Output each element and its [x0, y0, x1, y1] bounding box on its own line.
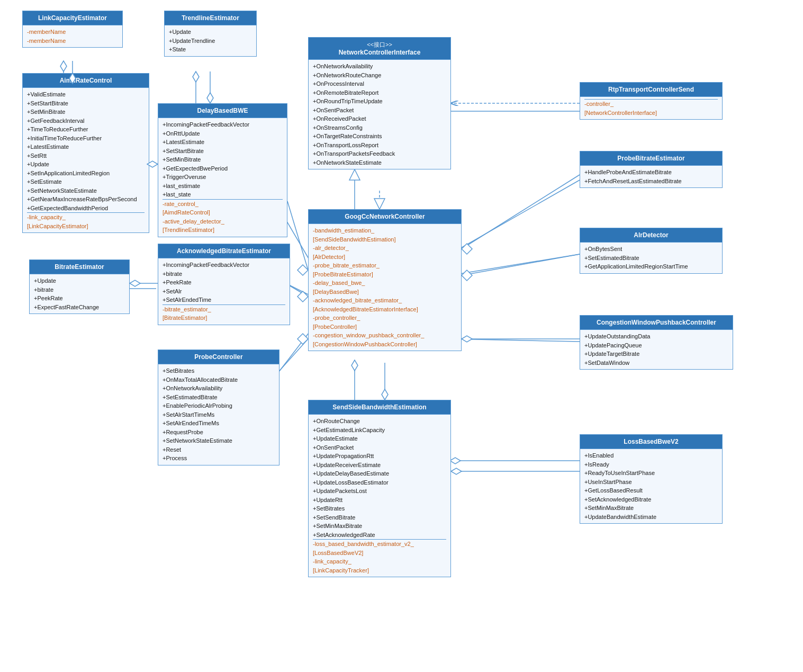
member: +Process [163, 454, 275, 463]
member: +UpdateBandwidthEstimate [584, 513, 718, 522]
uml-diagram: LinkCapacityEstimator -memberName -membe… [0, 0, 803, 672]
member: +GetExpectedBandwidthPeriod [27, 204, 145, 213]
member: +OnStreamsConfig [313, 123, 446, 132]
member: +IncomingPacketFeedbackVector [163, 261, 285, 270]
member: +OnNetworkStateEstimate [313, 158, 446, 167]
class-rtp-transport-controller-send: RtpTransportControllerSend -controller_ … [580, 82, 723, 120]
class-body-link-capacity-estimator: -memberName -memberName [23, 25, 122, 47]
member-field: -delay_based_bwe_ [313, 279, 457, 288]
member: +SetSendBitrate [313, 513, 446, 522]
member: +UpdateRtt [313, 496, 446, 505]
member: -memberName [27, 37, 118, 46]
class-name: BitrateEstimator [55, 263, 104, 271]
class-alr-detector: AlrDetector +OnBytesSent +SetEstimatedBi… [580, 228, 723, 274]
member: +OnTransportPacketsFeedback [313, 149, 446, 158]
member: +TimeToReduceFurther [27, 125, 145, 134]
member: +LatestEstimate [27, 142, 145, 151]
class-body-aimd-rate-control: +ValidEstimate +SetStartBitrate +SetMinB… [23, 87, 149, 232]
member: +SetStartBitrate [163, 147, 283, 156]
svg-marker-7 [349, 169, 360, 180]
class-name: AimdRateControl [60, 77, 112, 84]
member-field: -probe_controller_ [313, 313, 457, 322]
member: +GetNearMaxIncreaseRateBpsPerSecond [27, 195, 145, 204]
svg-marker-22 [351, 360, 358, 371]
member: +bitrate [163, 270, 285, 279]
class-link-capacity-estimator: LinkCapacityEstimator -memberName -membe… [22, 11, 123, 48]
member: +OnMaxTotalAllocatedBitrate [163, 375, 275, 384]
member: +IsEnabled [584, 451, 718, 460]
member-field: -link_capacity_ [27, 213, 145, 222]
member-field: [ProbeController] [313, 322, 457, 331]
member-field: -link_capacity_ [313, 557, 446, 566]
member: +Reset [163, 445, 275, 454]
class-body-googcc-network-controller: -bandwidth_estimation_ [SendSideBandwidt… [309, 223, 461, 351]
member: +TriggerOveruse [163, 173, 283, 182]
member: +GetApplicationLimitedRegionStartTime [584, 262, 718, 271]
class-trendline-estimator: TrendlineEstimator +Update +UpdateTrendl… [164, 11, 257, 57]
member: +GetExpectedBwePeriod [163, 164, 283, 173]
class-probe-bitrate-estimator: ProbeBitrateEstimator +HandleProbeAndEst… [580, 151, 723, 188]
member-field: [LinkCapacityTracker] [313, 566, 446, 575]
member: +SetMinMaxBitrate [313, 522, 446, 531]
member: +GetEstimatedLinkCapacity [313, 426, 446, 435]
class-body-acknowledged-bitrate-estimator: +IncomingPacketFeedbackVector +bitrate +… [158, 258, 290, 325]
member: +bitrate [34, 285, 125, 294]
member: +UpdateTargetBitrate [584, 350, 728, 359]
class-loss-based-bwe-v2: LossBasedBweV2 +IsEnabled +IsReady +Read… [580, 434, 723, 524]
member: +UpdatePropagationRtt [313, 452, 446, 461]
class-body-trendline-estimator: +Update +UpdateTrendline +State [165, 25, 256, 56]
member: +ValidEstimate [27, 90, 145, 99]
member: +GetFeedbackInterval [27, 117, 145, 126]
member-field: -probe_bitrate_estimator_ [313, 261, 457, 270]
member: +SetBitrates [313, 504, 446, 513]
class-network-controller-interface: <<接口>> NetworkControllerInterface +OnNet… [308, 37, 451, 169]
class-body-alr-detector: +OnBytesSent +SetEstimatedBitrate +GetAp… [580, 242, 722, 273]
member-field: -controller_ [584, 100, 718, 109]
class-header-aimd-rate-control: AimdRateControl [23, 74, 149, 87]
member: +last_state [163, 190, 283, 199]
member-field: [CongestionWindowPushbackController] [313, 340, 457, 349]
member: +UpdatePacketsLost [313, 487, 446, 496]
member: +Update [34, 276, 125, 285]
member: +SetMinBitrate [27, 107, 145, 117]
member-field: -active_delay_detector_ [163, 217, 283, 226]
class-header-googcc-network-controller: GoogCcNetworkController [309, 210, 461, 223]
class-body-loss-based-bwe-v2: +IsEnabled +IsReady +ReadyToUseInStartPh… [580, 449, 722, 523]
svg-line-19 [450, 339, 580, 342]
member: +OnNetworkAvailability [313, 62, 446, 71]
member: +SetAcknowledgedRate [313, 531, 446, 540]
member: +last_estimate [163, 182, 283, 191]
member: +FetchAndResetLastEstimatedBitrate [584, 177, 718, 186]
member-field: [LinkCapacityEstimator] [27, 222, 145, 231]
member: +Update [169, 28, 252, 37]
member-field: [BitrateEstimator] [163, 313, 285, 322]
member: +OnRouteChange [313, 417, 446, 426]
member: +SetEstimatedBitrate [163, 393, 275, 402]
member: +IsReady [584, 460, 718, 469]
class-name: SendSideBandwidthEstimation [332, 404, 426, 411]
member: +SetAlrEndedTime [163, 295, 285, 304]
member-field: [NetworkControllerInterface] [584, 109, 718, 118]
member-field: -acknowledged_bitrate_estimator_ [313, 296, 457, 305]
member-field: [ProbeBitrateEstimator] [313, 270, 457, 279]
class-name: ProbeController [194, 353, 242, 361]
member: +SetNetworkStateEstimate [163, 436, 275, 445]
class-name: AcknowledgedBitrateEstimator [177, 247, 271, 255]
member: +SetDataWindow [584, 359, 728, 368]
member: +UpdateDelayBasedEstimate [313, 469, 446, 478]
member: +OnRoundTripTimeUpdate [313, 97, 446, 106]
class-header-link-capacity-estimator: LinkCapacityEstimator [23, 11, 122, 25]
svg-marker-24 [450, 458, 461, 464]
class-header-trendline-estimator: TrendlineEstimator [165, 11, 256, 25]
class-header-network-controller-interface: <<接口>> NetworkControllerInterface [309, 38, 450, 59]
member: +InitialTimeToReduceFurther [27, 134, 145, 143]
class-header-delay-based-bwe: DelayBasedBWE [158, 104, 287, 118]
member: +SetNetworkStateEstimate [27, 186, 145, 195]
class-header-acknowledged-bitrate-estimator: AcknowledgedBitrateEstimator [158, 244, 290, 258]
member: +UpdateReceiverEstimate [313, 461, 446, 470]
member-field: -alr_detector_ [313, 244, 457, 253]
member: +OnRttUpdate [163, 129, 283, 138]
member-field: [DelayBasedBwe] [313, 288, 457, 297]
member: +PeekRate [163, 278, 285, 287]
member: +Update [27, 160, 145, 169]
